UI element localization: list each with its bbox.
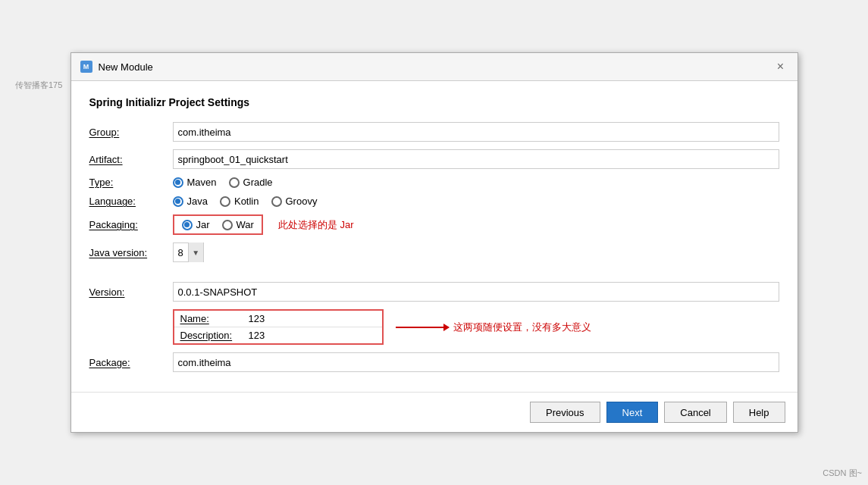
language-java-option[interactable]: Java	[173, 196, 208, 207]
name-input[interactable]	[249, 313, 376, 324]
packaging-jar-label: Jar	[196, 219, 210, 230]
packaging-box: Jar War	[173, 214, 263, 235]
name-field-label: Name:	[180, 313, 249, 324]
group-label: Group:	[89, 127, 173, 138]
java-version-value: 8	[174, 247, 188, 258]
java-version-row: Java version: 8 ▼	[89, 242, 779, 262]
language-java-label: Java	[187, 196, 208, 207]
language-radio-group: Java Kotlin Groovy	[173, 196, 318, 207]
language-kotlin-label: Kotlin	[234, 196, 259, 207]
language-groovy-option[interactable]: Groovy	[271, 196, 318, 207]
package-input[interactable]	[173, 352, 779, 372]
artifact-input[interactable]	[173, 149, 779, 169]
packaging-war-option[interactable]: War	[222, 219, 254, 230]
section-title: Spring Initializr Project Settings	[89, 96, 779, 108]
next-button[interactable]: Next	[606, 402, 659, 423]
dialog-wrapper: M New Module × Spring Initializr Project…	[0, 0, 868, 485]
type-maven-label: Maven	[187, 177, 217, 188]
module-icon: M	[80, 61, 92, 73]
title-bar-left: M New Module	[80, 61, 153, 73]
group-row: Group:	[89, 122, 779, 142]
title-bar: M New Module ×	[71, 53, 797, 81]
packaging-note: 此处选择的是 Jar	[278, 218, 354, 232]
packaging-jar-radio[interactable]	[182, 220, 193, 230]
type-row: Type: Maven Gradle	[89, 177, 779, 188]
package-row: Package:	[89, 352, 779, 372]
name-desc-row: Name:Description:这两项随便设置，没有多大意义	[89, 309, 779, 345]
version-label: Version:	[89, 286, 173, 298]
dialog: M New Module × Spring Initializr Project…	[71, 52, 798, 433]
type-maven-radio[interactable]	[173, 177, 183, 188]
java-version-label: Java version:	[89, 247, 173, 258]
separator	[89, 270, 779, 282]
type-gradle-label: Gradle	[243, 177, 273, 188]
language-java-radio[interactable]	[173, 196, 183, 207]
language-kotlin-option[interactable]: Kotlin	[220, 196, 259, 207]
language-label: Language:	[89, 196, 173, 207]
chevron-down-icon[interactable]: ▼	[188, 242, 203, 262]
packaging-jar-option[interactable]: Jar	[182, 219, 210, 230]
packaging-label: Packaging:	[89, 219, 173, 230]
artifact-label: Artifact:	[89, 154, 173, 165]
version-input[interactable]	[173, 282, 779, 302]
packaging-war-label: War	[237, 219, 254, 230]
artifact-row: Artifact:	[89, 149, 779, 169]
group-input[interactable]	[173, 122, 779, 142]
cancel-button[interactable]: Cancel	[664, 402, 726, 423]
packaging-war-radio[interactable]	[222, 220, 233, 230]
java-version-select[interactable]: 8 ▼	[173, 242, 204, 262]
help-button[interactable]: Help	[733, 402, 785, 423]
type-gradle-radio[interactable]	[229, 177, 240, 188]
description-input[interactable]	[249, 330, 376, 341]
watermark: 传智播客175	[15, 80, 62, 91]
language-row: Language: Java Kotlin Groovy	[89, 196, 779, 207]
type-radio-group: Maven Gradle	[173, 177, 273, 188]
dialog-title: New Module	[99, 61, 153, 73]
type-gradle-option[interactable]: Gradle	[229, 177, 273, 188]
csdn-watermark: CSDN 图~	[823, 468, 862, 479]
packaging-row: Packaging: Jar War 此处选择的是 Jar	[89, 214, 779, 235]
description-field-label: Description:	[180, 330, 249, 341]
dialog-content: Spring Initializr Project Settings Group…	[71, 81, 797, 392]
version-row: Version:	[89, 282, 779, 302]
type-label: Type:	[89, 177, 173, 188]
language-groovy-label: Groovy	[286, 196, 318, 207]
package-label: Package:	[89, 357, 173, 368]
previous-button[interactable]: Previous	[530, 402, 600, 423]
language-groovy-radio[interactable]	[271, 196, 282, 207]
dialog-footer: Previous Next Cancel Help	[71, 392, 797, 432]
language-kotlin-radio[interactable]	[220, 196, 230, 207]
type-maven-option[interactable]: Maven	[173, 177, 217, 188]
close-button[interactable]: ×	[773, 59, 788, 74]
